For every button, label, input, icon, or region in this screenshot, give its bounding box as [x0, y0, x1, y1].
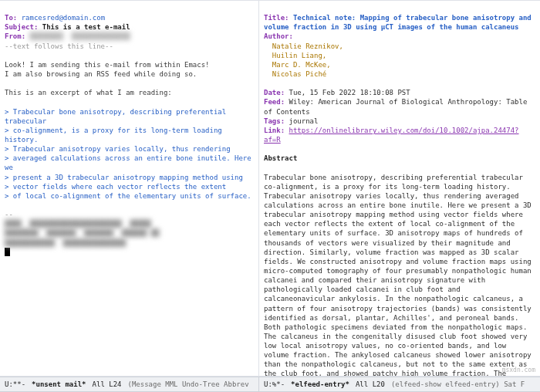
modeline-buffer-name: *unsent mail*: [32, 380, 86, 389]
body-line[interactable]: I am also browsing an RSS feed while doi…: [5, 70, 197, 78]
compose-buffer[interactable]: To: ramcesred@domain.com Subject: This i…: [0, 1, 259, 376]
modeline-modes: (elfeed-show elfeed-entry) Sat F: [391, 380, 525, 389]
author-name: Nicolas Piché: [272, 70, 326, 78]
from-label: From:: [5, 32, 25, 40]
modeline-row: U:**- *unsent mail* All L24 (Message MML…: [0, 377, 540, 392]
author-name: Huilin Liang,: [272, 52, 326, 59]
quoted-line[interactable]: > of local co-alignment of the elementar…: [5, 192, 251, 200]
emacs-frame: To: ramcesred@domain.com Subject: This i…: [0, 0, 540, 377]
cursor: [5, 248, 10, 256]
feed-label: Feed:: [264, 98, 285, 106]
subject-label: Subject:: [5, 23, 38, 31]
title-label: Title:: [264, 14, 289, 22]
date-value: Tue, 15 Feb 2022 18:10:08 PST: [289, 89, 410, 96]
signature-redacted: ████ ██████████████████████ █████: [5, 220, 151, 228]
tags-label: Tags:: [264, 117, 285, 125]
quoted-line[interactable]: > averaged calculations across an entire…: [5, 154, 255, 171]
modeline-position: All L24: [93, 380, 122, 389]
body-line[interactable]: This is an excerpt of what I am reading:: [5, 89, 172, 96]
separator-line: --text follows this line--: [5, 42, 113, 50]
to-value[interactable]: ramcesred@domain.com: [22, 14, 105, 22]
quoted-line[interactable]: > co-alignment, is a proxy for its long-…: [5, 127, 226, 144]
abstract-heading: Abstract: [264, 154, 297, 162]
signature-redacted: ████████ ███████ ███████ ██████ ██: [5, 229, 159, 237]
subject-value[interactable]: This is a test e-mail: [42, 23, 130, 31]
signature-redacted: ████████████ ███████████████: [5, 239, 126, 247]
abstract-body: Trabecular bone anisotropy, describing p…: [264, 174, 535, 376]
modeline-status: U:**-: [5, 380, 25, 389]
quoted-line[interactable]: > Trabecular anisotropy varies locally, …: [5, 145, 231, 153]
author-label: Author:: [264, 32, 293, 40]
elfeed-entry-buffer[interactable]: Title: Technical note: Mapping of trabec…: [259, 1, 540, 376]
watermark: msxdn.com: [502, 367, 535, 375]
quoted-line[interactable]: > present a 3D trabecular anisotropy map…: [5, 174, 243, 181]
modeline-left[interactable]: U:**- *unsent mail* All L24 (Message MML…: [0, 377, 259, 392]
from-value-redacted: ████████ ██████████████: [30, 32, 130, 40]
date-label: Date:: [264, 89, 285, 96]
signature-dash: --: [5, 211, 13, 218]
author-name: Natalie Reznikov,: [272, 42, 343, 50]
to-label: To:: [5, 14, 17, 22]
quoted-line[interactable]: > Trabecular bone anisotropy, describing…: [5, 108, 231, 125]
modeline-position: All L20: [356, 380, 385, 389]
title-value: Technical note: Mapping of trabecular bo…: [264, 14, 535, 31]
quoted-line[interactable]: > vector fields where each vector reflec…: [5, 183, 226, 191]
body-line[interactable]: Look! I am sending this e-mail from with…: [5, 61, 210, 69]
author-name: Marc D. McKee,: [272, 61, 331, 69]
modeline-modes: (Message MML Undo-Tree Abbrev: [127, 380, 248, 389]
modeline-status: U:%*-: [264, 380, 285, 389]
modeline-right[interactable]: U:%*- *elfeed-entry* All L20 (elfeed-sho…: [259, 377, 540, 392]
link-url[interactable]: https://onlinelibrary.wiley.com/doi/10.1…: [264, 127, 519, 144]
modeline-buffer-name: *elfeed-entry*: [291, 380, 349, 389]
tags-value: journal: [289, 117, 319, 125]
link-label: Link:: [264, 127, 285, 134]
feed-value: Wiley: American Journal of Biological An…: [264, 98, 532, 115]
